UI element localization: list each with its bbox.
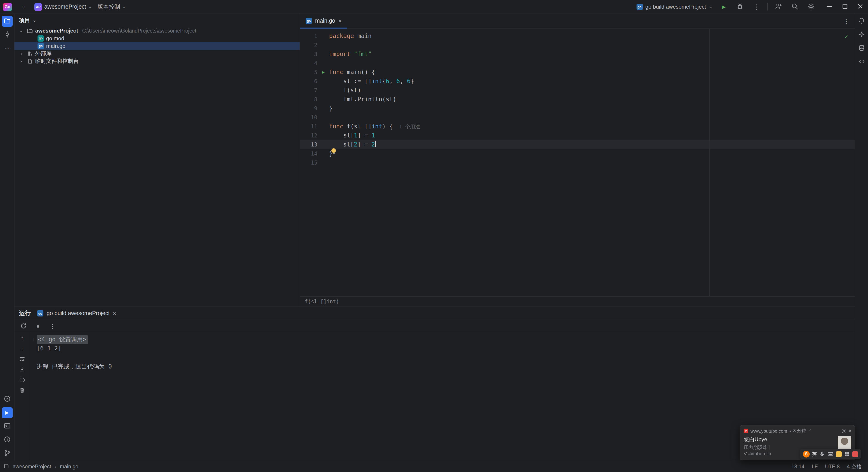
close-window-button[interactable] [852, 0, 868, 13]
microphone-icon[interactable] [819, 451, 825, 457]
tree-item-main.go[interactable]: gomain.go [14, 42, 300, 50]
next-occurrence-button[interactable]: ↓ [18, 345, 26, 353]
soft-wrap-button[interactable] [18, 355, 26, 363]
vcs-widget[interactable]: 版本控制 ⌄ [95, 1, 129, 12]
toast-collapse-button[interactable]: ⌃ [808, 429, 812, 433]
indent-style[interactable]: 4 空格 [847, 463, 862, 470]
line-separator[interactable]: LF [812, 464, 818, 469]
prev-occurrence-button[interactable]: ↑ [18, 334, 26, 342]
tab-main-go[interactable]: go main.go × [300, 14, 347, 29]
run-tool-button[interactable]: ▶ [2, 407, 12, 418]
project-root-path: C:\Users\meowr\GolandProjects\awesomePro… [82, 28, 196, 33]
rerun-button[interactable] [19, 321, 28, 331]
sogou-tool-icon[interactable] [852, 451, 858, 457]
problems-tool-button[interactable] [2, 435, 12, 445]
language-mode-indicator[interactable]: 英 [812, 450, 817, 457]
code-line-4[interactable]: 4 [300, 59, 855, 68]
console-output[interactable]: ›<4 go 设置调用>[6 1 2]进程 已完成，退出代码为 0 [30, 332, 855, 461]
run-tab[interactable]: go go build awesomeProject × [37, 307, 116, 320]
statusbar-project[interactable]: awesomeProject [13, 464, 51, 469]
line-number: 15 [300, 158, 317, 167]
run-button[interactable]: ▶ [716, 1, 732, 12]
endpoints-tool-button[interactable] [856, 57, 867, 67]
code-line-6[interactable]: 6 sl := []int{6, 6, 6} [300, 77, 855, 86]
toast-close-button[interactable]: × [848, 429, 851, 433]
user-plus-icon [775, 2, 782, 11]
search-everywhere-button[interactable] [787, 1, 802, 12]
titlebar: Go ≡ AP awesomeProject ⌄ 版本控制 ⌄ go go bu… [0, 0, 868, 14]
run-config-selector[interactable]: go go build awesomeProject ⌄ [633, 1, 716, 12]
code-line-14[interactable]: 14} [300, 149, 855, 158]
editor-options-kebab[interactable]: ⋮ [841, 18, 852, 25]
terminal-tool-button[interactable] [2, 421, 12, 432]
usages-inlay-hint[interactable]: 1 个用法 [399, 124, 420, 130]
notifications-tool-button[interactable] [856, 16, 867, 27]
code-line-15[interactable]: 15 [300, 158, 855, 167]
context-breadcrumb[interactable]: f(sl []int) [300, 296, 855, 307]
run-gutter-icon[interactable]: ▶ [322, 70, 324, 74]
commit-tool-button[interactable] [2, 29, 12, 40]
toast-settings-button[interactable] [841, 429, 846, 433]
file-encoding[interactable]: UTF-8 [825, 464, 840, 469]
close-icon[interactable]: × [113, 310, 116, 316]
code-line-10[interactable]: 10 [300, 113, 855, 122]
chevron-down-icon[interactable]: ⌄ [18, 28, 24, 33]
debug-button[interactable] [733, 1, 748, 12]
project-tree: ⌄ awesomeProject C:\Users\meowr\GolandPr… [14, 27, 300, 307]
print-button[interactable] [18, 376, 26, 384]
code-line-2[interactable]: 2 [300, 41, 855, 50]
services-tool-button[interactable] [2, 394, 12, 405]
code-line-3[interactable]: 3import "fmt" [300, 50, 855, 59]
more-tools-button[interactable]: ⋯ [2, 43, 12, 54]
chevron-right-icon[interactable]: › [18, 51, 24, 56]
grid-apps-icon[interactable] [844, 451, 850, 457]
line-number: 8 [300, 95, 317, 104]
tree-item-临时文件和控制台[interactable]: ›临时文件和控制台 [14, 57, 300, 65]
close-icon[interactable]: × [338, 18, 342, 24]
code-area[interactable]: ✓ 1package main23import "fmt"45▶func mai… [300, 29, 855, 296]
main-menu-button[interactable]: ≡ [16, 1, 31, 12]
chevron-down-icon: ⌄ [33, 18, 36, 23]
git-tool-button[interactable] [2, 448, 12, 459]
line-number: 14 [300, 149, 317, 158]
code-line-12[interactable]: 12 sl[1] = 1 [300, 131, 855, 140]
folded-command-text[interactable]: <4 go 设置调用> [37, 335, 88, 344]
emoji-panel-icon[interactable] [836, 451, 842, 457]
code-line-13[interactable]: 13sl[2] = 2 [300, 140, 855, 149]
breadcrumb-text: f(sl []int) [305, 298, 339, 305]
code-line-9[interactable]: 9} [300, 104, 855, 113]
project-panel-header[interactable]: 项目 ⌄ [14, 14, 300, 27]
tree-item-project-root[interactable]: ⌄ awesomeProject C:\Users\meowr\GolandPr… [14, 27, 300, 34]
tree-item-外部库[interactable]: ›外部库 [14, 50, 300, 57]
more-actions-button[interactable]: ⋮ [749, 1, 764, 12]
project-root-name: awesomeProject [35, 27, 78, 34]
code-with-me-button[interactable] [771, 1, 786, 12]
project-widget[interactable]: AP awesomeProject ⌄ [32, 1, 94, 12]
code-line-8[interactable]: 8 fmt.Println(sl) [300, 95, 855, 104]
run-panel-kebab[interactable]: ⋮ [48, 321, 57, 331]
chevron-down-icon: ⌄ [709, 4, 712, 9]
console-line: ›<4 go 设置调用> [37, 335, 855, 344]
maximize-button[interactable] [837, 0, 852, 13]
statusbar-file[interactable]: main.go [60, 464, 79, 469]
project-tool-button[interactable] [2, 16, 12, 27]
code-line-11[interactable]: 11func f(sl []int) {1 个用法 [300, 122, 855, 131]
caret-position[interactable]: 13:14 [792, 464, 804, 469]
scroll-to-end-button[interactable] [18, 365, 26, 373]
clear-console-button[interactable] [18, 386, 26, 394]
database-tool-button[interactable] [856, 43, 867, 54]
sogou-input-icon[interactable]: S [803, 450, 810, 457]
hamburger-icon: ≡ [22, 3, 25, 10]
code-line-5[interactable]: 5▶func main() { [300, 68, 855, 77]
ai-assistant-tool-button[interactable] [856, 29, 867, 40]
run-panel-tab-bar: 运行 go go build awesomeProject × [14, 307, 855, 320]
tree-item-go.mod[interactable]: gogo.mod [14, 34, 300, 42]
minimize-button[interactable] [822, 0, 837, 13]
code-line-7[interactable]: 7 f(sl) [300, 86, 855, 95]
stop-button[interactable]: ■ [33, 321, 42, 331]
keyboard-icon[interactable] [827, 451, 834, 457]
settings-button[interactable] [803, 1, 819, 12]
chevron-right-icon[interactable]: › [18, 59, 24, 64]
fold-chevron-icon[interactable]: › [32, 335, 37, 344]
code-line-1[interactable]: 1package main [300, 32, 855, 41]
